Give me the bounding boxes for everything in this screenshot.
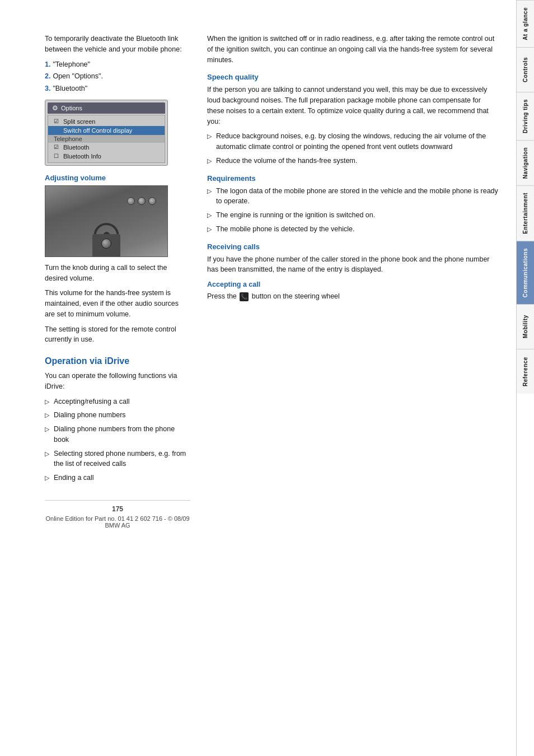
operation-intro: You can operate the following functions …	[45, 371, 190, 392]
req-arrow-3: ▷	[207, 225, 212, 234]
bullet-arrow-2: ▷	[45, 410, 49, 420]
options-body: ☑ Split screen Switch off Control displa…	[48, 115, 165, 163]
receiving-calls-heading: Receiving calls	[207, 242, 499, 251]
page-number: 175	[45, 505, 190, 513]
step-num-3: 3.	[45, 85, 50, 92]
volume-para1: Turn the knob during a call to select th…	[45, 263, 190, 284]
right-intro: When the ignition is switched off or in …	[207, 34, 499, 65]
options-section-telephone: Telephone	[48, 135, 165, 143]
receiving-calls-body: If you have the phone number of the call…	[207, 254, 499, 276]
sidebar-tab-at-a-glance[interactable]: At a glance	[517, 0, 534, 47]
sidebar-tab-driving-tips[interactable]: Driving tips	[517, 92, 534, 140]
speech-bullet-2: ▷ Reduce the volume of the hands-free sy…	[207, 156, 499, 166]
speech-arrow-1: ▷	[207, 132, 212, 141]
sidebar-tab-mobility[interactable]: Mobility	[517, 304, 534, 349]
speech-bullet-1: ▷ Reduce background noises, e.g. by clos…	[207, 131, 499, 152]
checkbox-bluetooth-info: ☐	[54, 153, 60, 159]
requirements-heading: Requirements	[207, 174, 499, 183]
intro-text: To temporarily deactivate the Bluetooth …	[45, 34, 190, 55]
bullet-arrow-4: ▷	[45, 449, 49, 459]
req-bullet-3: ▷ The mobile phone is detected by the ve…	[207, 224, 499, 235]
footer-text: Online Edition for Part no. 01 41 2 602 …	[45, 515, 190, 529]
dash-knob-1	[127, 197, 135, 205]
options-title: ⚙ Options	[48, 102, 165, 114]
sidebar: At a glance Controls Driving tips Naviga…	[516, 0, 534, 756]
speech-quality-heading: Speech quality	[207, 73, 499, 81]
speech-quality-body: If the person you are talking to cannot …	[207, 85, 499, 127]
dashboard-buttons	[127, 197, 156, 205]
checkbox-bluetooth: ☑	[54, 144, 60, 150]
req-bullet-2: ▷ The engine is running or the ignition …	[207, 210, 499, 221]
adjusting-volume-heading: Adjusting volume	[45, 174, 190, 182]
operation-list: ▷ Accepting/refusing a call ▷ Dialing ph…	[45, 396, 190, 483]
options-item-bluetooth-info: ☐ Bluetooth Info	[48, 152, 165, 161]
sidebar-tab-navigation[interactable]: Navigation	[517, 140, 534, 185]
volume-image	[45, 185, 168, 257]
req-arrow-2: ▷	[207, 211, 212, 220]
speech-arrow-2: ▷	[207, 156, 212, 166]
phone-button-icon: 📞	[240, 292, 249, 301]
options-item-switchoff[interactable]: Switch off Control display	[48, 126, 165, 135]
req-bullet-1: ▷ The logon data of the mobile phone are…	[207, 186, 499, 207]
page-footer: 175 Online Edition for Part no. 01 41 2 …	[45, 500, 190, 529]
volume-para2: This volume for the hands-free system is…	[45, 288, 190, 319]
checkbox-splitscreen: ☑	[54, 118, 60, 124]
operation-heading: Operation via iDrive	[45, 356, 190, 366]
accepting-call-body: Press the 📞 button on the steering wheel	[207, 291, 499, 302]
step-2: 2.Open "Options".	[45, 71, 190, 82]
volume-para3: The setting is stored for the remote con…	[45, 324, 190, 346]
sidebar-tab-entertainment[interactable]: Entertainment	[517, 185, 534, 241]
step-num-2: 2.	[45, 72, 50, 80]
sidebar-tab-reference[interactable]: Reference	[517, 349, 534, 394]
operation-item-5: ▷ Ending a call	[45, 473, 190, 483]
accepting-call-subheading: Accepting a call	[207, 281, 499, 288]
step-1: 1."Telephone"	[45, 59, 190, 70]
operation-item-2: ▷ Dialing phone numbers	[45, 410, 190, 421]
dash-knob-3	[148, 197, 156, 205]
speech-quality-bullets: ▷ Reduce background noises, e.g. by clos…	[207, 131, 499, 166]
bullet-arrow-3: ▷	[45, 424, 49, 434]
steps-list: 1."Telephone" 2.Open "Options". 3."Bluet…	[45, 59, 190, 94]
bullet-arrow-5: ▷	[45, 473, 49, 483]
operation-item-3: ▷ Dialing phone numbers from the phone b…	[45, 424, 190, 445]
options-box: ⚙ Options ☑ Split screen Switch off Cont…	[45, 100, 168, 166]
center-console	[92, 234, 120, 256]
bullet-arrow-1: ▷	[45, 397, 49, 407]
operation-item-4: ▷ Selecting stored phone numbers, e.g. f…	[45, 449, 190, 470]
options-item-splitscreen: ☑ Split screen	[48, 117, 165, 126]
req-arrow-1: ▷	[207, 186, 212, 196]
dash-knob-2	[138, 197, 146, 205]
sidebar-tab-communications[interactable]: Communications	[517, 241, 534, 304]
step-num-1: 1.	[45, 60, 50, 68]
step-3: 3."Bluetooth"	[45, 83, 190, 94]
requirements-bullets: ▷ The logon data of the mobile phone are…	[207, 186, 499, 235]
car-interior-graphic	[45, 186, 167, 256]
center-knob	[101, 239, 111, 249]
gear-icon: ⚙	[52, 104, 58, 112]
sidebar-tab-controls[interactable]: Controls	[517, 47, 534, 92]
options-item-bluetooth: ☑ Bluetooth	[48, 143, 165, 152]
options-title-label: Options	[61, 105, 82, 111]
operation-item-1: ▷ Accepting/refusing a call	[45, 396, 190, 407]
